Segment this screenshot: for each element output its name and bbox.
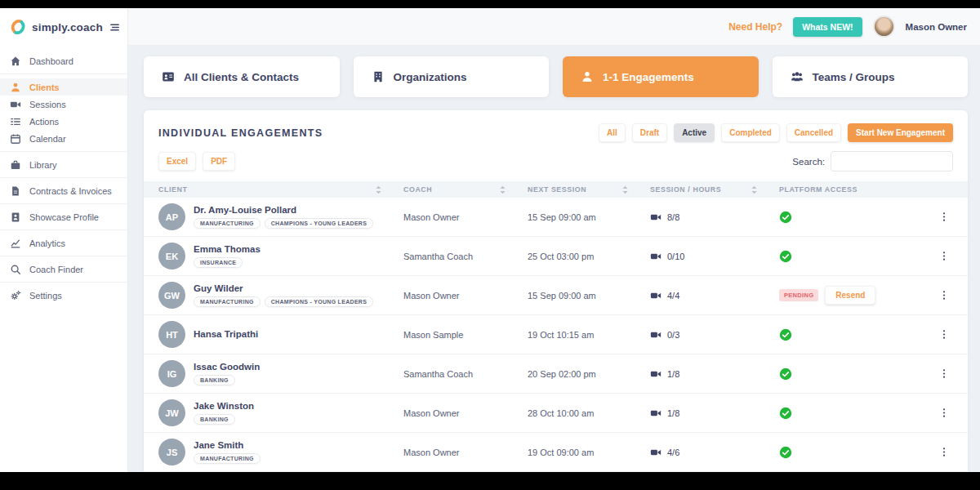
people-icon xyxy=(791,70,804,83)
whats-new-button[interactable]: Whats NEW! xyxy=(793,17,862,37)
client-cell: IGIssac GoodwinBANKING xyxy=(158,360,403,387)
sidebar-item-coach-finder[interactable]: Coach Finder xyxy=(0,261,127,278)
next-session-cell: 15 Sep 09:00 am xyxy=(528,291,650,301)
client-tags: INSURANCE xyxy=(194,257,261,268)
person-icon xyxy=(581,70,594,83)
session-hours-value: 1/8 xyxy=(667,408,679,418)
table-row[interactable]: JWJake WinstonBANKINGMason Owner28 Oct 1… xyxy=(144,394,968,433)
tab-1-1-engagements[interactable]: 1-1 Engagements xyxy=(563,56,759,97)
briefcase-icon xyxy=(10,159,21,171)
sidebar-item-contracts-invoices[interactable]: Contracts & Invoices xyxy=(0,182,127,199)
analytics-icon xyxy=(10,238,21,249)
row-menu-kebab-icon[interactable] xyxy=(938,211,953,223)
sidebar-item-settings[interactable]: Settings xyxy=(0,287,127,304)
video-camera-icon xyxy=(650,368,662,380)
sidebar-item-dashboard[interactable]: Dashboard xyxy=(0,52,127,69)
column-header-next-session[interactable]: NEXT SESSION xyxy=(528,185,650,195)
video-camera-icon xyxy=(650,212,662,223)
export-excel-button[interactable]: Excel xyxy=(158,152,196,171)
filter-cancelled[interactable]: Cancelled xyxy=(786,123,841,142)
row-menu-kebab-icon[interactable] xyxy=(938,250,953,262)
client-info: Guy WilderMANUFACTURINGCHAMPIONS - YOUNG… xyxy=(194,283,373,308)
coach-cell: Mason Owner xyxy=(403,448,528,457)
client-info: Dr. Amy-Louise PollardMANUFACTURINGCHAMP… xyxy=(194,205,373,229)
client-name: Hansa Tripathi xyxy=(194,329,258,340)
tab-all-clients-contacts[interactable]: All Clients & Contacts xyxy=(144,56,340,97)
row-menu-kebab-icon[interactable] xyxy=(938,368,953,380)
filter-completed[interactable]: Completed xyxy=(721,123,780,142)
calendar-icon xyxy=(10,133,21,145)
row-menu-kebab-icon[interactable] xyxy=(938,407,953,419)
sidebar-item-showcase-profile[interactable]: Showcase Profile xyxy=(0,208,127,225)
table-row[interactable]: APDr. Amy-Louise PollardMANUFACTURINGCHA… xyxy=(144,198,968,237)
user-avatar[interactable] xyxy=(873,16,895,38)
start-new-engagement-button[interactable]: Start New Engagement xyxy=(848,123,953,142)
client-tags: MANUFACTURING xyxy=(194,453,261,464)
user-name[interactable]: Mason Owner xyxy=(906,22,967,32)
main-area: Need Help? Whats NEW! Mason Owner All Cl… xyxy=(128,8,980,472)
filter-all[interactable]: All xyxy=(599,123,626,142)
nav-group: Settings xyxy=(0,282,127,308)
export-pdf-button[interactable]: PDF xyxy=(203,152,235,171)
avatar: JW xyxy=(158,399,185,426)
session-hours-value: 8/8 xyxy=(667,212,679,222)
sidebar-item-clients[interactable]: Clients xyxy=(0,78,127,96)
avatar: EK xyxy=(158,243,185,270)
resend-button[interactable]: Resend xyxy=(825,286,875,305)
sidebar-item-label: Sessions xyxy=(29,100,66,109)
table-row[interactable]: HTHansa TripathiMason Sample19 Oct 10:15… xyxy=(144,315,968,354)
sidebar-item-sessions[interactable]: Sessions xyxy=(0,96,127,113)
session-hours-cell: 1/8 xyxy=(650,368,779,380)
tab-teams-groups[interactable]: Teams / Groups xyxy=(773,56,969,97)
next-session-cell: 20 Sep 02:00 pm xyxy=(528,369,650,379)
table-row[interactable]: EKEmma ThomasINSURANCESamantha Coach25 O… xyxy=(144,237,968,276)
row-menu-kebab-icon[interactable] xyxy=(938,328,953,341)
coach-cell: Samantha Coach xyxy=(403,369,528,379)
sidebar: simply.coach DashboardClientsSessionsAct… xyxy=(0,8,128,472)
client-name: Emma Thomas xyxy=(194,244,261,255)
client-cell: HTHansa Tripathi xyxy=(158,321,403,348)
coach-cell: Mason Owner xyxy=(403,291,528,301)
row-menu-kebab-icon[interactable] xyxy=(938,289,953,301)
sidebar-item-label: Dashboard xyxy=(29,56,74,66)
coach-cell: Samantha Coach xyxy=(403,252,528,261)
tab-label: Organizations xyxy=(394,71,467,83)
avatar: HT xyxy=(158,321,185,348)
client-tags: MANUFACTURINGCHAMPIONS - YOUNG LEADERS xyxy=(194,218,373,229)
access-granted-icon xyxy=(779,328,792,341)
sidebar-item-calendar[interactable]: Calendar xyxy=(0,130,127,147)
session-hours-cell: 0/10 xyxy=(650,251,779,262)
need-help-link[interactable]: Need Help? xyxy=(728,21,782,33)
filter-active[interactable]: Active xyxy=(674,123,715,142)
access-granted-icon xyxy=(779,211,792,224)
pending-badge: PENDING xyxy=(779,289,818,301)
filter-draft[interactable]: Draft xyxy=(632,123,667,142)
sidebar-collapse-icon[interactable] xyxy=(109,21,121,33)
profile-card-icon xyxy=(10,212,21,223)
coach-cell: Mason Owner xyxy=(403,408,528,418)
search-input[interactable] xyxy=(831,151,953,172)
client-tag: BANKING xyxy=(194,375,235,385)
table-row[interactable]: JSJane SmithMANUFACTURINGMason Owner19 O… xyxy=(144,433,968,472)
table-row[interactable]: IGIssac GoodwinBANKINGSamantha Coach20 S… xyxy=(144,354,968,394)
column-header-session-hours[interactable]: SESSION / HOURS xyxy=(650,185,779,195)
next-session-cell: 28 Oct 10:00 am xyxy=(528,408,650,418)
column-header-coach[interactable]: COACH xyxy=(403,185,528,195)
column-header-client[interactable]: CLIENT xyxy=(158,185,403,195)
platform-access-cell xyxy=(779,211,934,224)
nav-group: Contracts & Invoices xyxy=(0,177,127,203)
access-granted-icon xyxy=(779,368,792,381)
sidebar-item-actions[interactable]: Actions xyxy=(0,113,127,130)
client-tags: BANKING xyxy=(194,414,254,425)
session-hours-value: 0/10 xyxy=(667,252,684,261)
next-session-cell: 19 Oct 10:15 am xyxy=(528,330,650,340)
export-buttons: ExcelPDF xyxy=(158,152,235,171)
topbar: Need Help? Whats NEW! Mason Owner xyxy=(128,8,980,45)
client-info: Jane SmithMANUFACTURING xyxy=(194,440,261,465)
sidebar-item-analytics[interactable]: Analytics xyxy=(0,234,127,252)
row-menu-kebab-icon[interactable] xyxy=(938,446,953,458)
sidebar-item-library[interactable]: Library xyxy=(0,156,127,173)
tab-organizations[interactable]: Organizations xyxy=(354,56,550,97)
table-row[interactable]: GWGuy WilderMANUFACTURINGCHAMPIONS - YOU… xyxy=(144,276,968,315)
sidebar-item-label: Showcase Profile xyxy=(29,212,99,222)
